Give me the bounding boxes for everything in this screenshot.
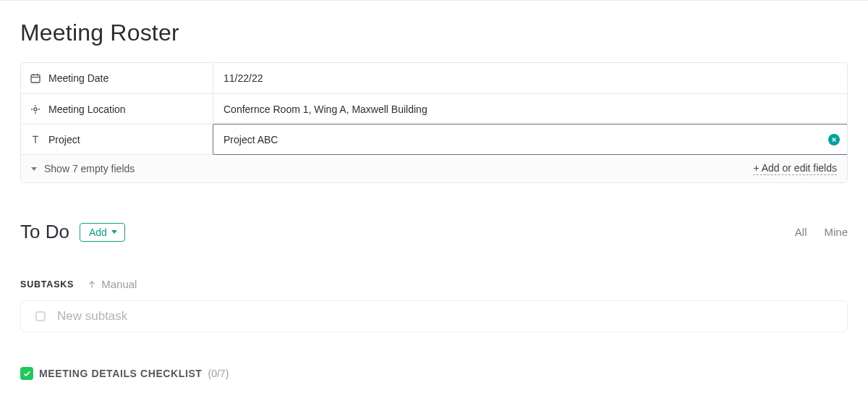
todo-title: To Do xyxy=(20,221,69,243)
checklist-header[interactable]: MEETING DETAILS CHECKLIST (0/7) xyxy=(20,367,848,380)
svg-rect-0 xyxy=(31,75,40,83)
filter-all[interactable]: All xyxy=(795,226,807,238)
page-title: Meeting Roster xyxy=(20,20,848,46)
custom-fields-box: Meeting Date 11/22/22 Meeting Location C… xyxy=(20,62,848,183)
todo-section-header: To Do Add All Mine xyxy=(20,221,848,243)
field-value-meeting-location[interactable]: Confernce Room 1, Wing A, Maxwell Buildi… xyxy=(213,94,847,124)
new-subtask-row[interactable] xyxy=(20,300,848,332)
subtasks-header: SUBTASKS Manual xyxy=(20,278,848,290)
field-label-meeting-date: Meeting Date xyxy=(21,63,213,93)
field-row-meeting-location: Meeting Location Confernce Room 1, Wing … xyxy=(21,93,847,124)
new-subtask-input[interactable] xyxy=(56,308,833,324)
field-label-text: Meeting Location xyxy=(48,104,126,115)
show-empty-fields-label: Show 7 empty fields xyxy=(44,163,135,174)
check-icon xyxy=(20,367,33,380)
field-value-project-text: Project ABC xyxy=(224,134,278,145)
field-label-text: Project xyxy=(48,134,80,145)
text-field-icon xyxy=(30,134,41,145)
add-todo-label: Add xyxy=(89,227,107,238)
field-label-meeting-location: Meeting Location xyxy=(21,94,213,124)
arrow-up-icon xyxy=(87,279,97,290)
checklist-count: (0/7) xyxy=(208,368,229,379)
subtask-checkbox[interactable] xyxy=(35,311,46,321)
add-todo-button[interactable]: Add xyxy=(80,223,125,242)
location-icon xyxy=(30,104,41,115)
add-edit-fields-link[interactable]: + Add or edit fields xyxy=(753,162,837,175)
chevron-down-icon xyxy=(31,167,37,171)
field-row-meeting-date: Meeting Date 11/22/22 xyxy=(21,63,847,93)
chevron-down-icon xyxy=(111,230,117,234)
field-label-project: Project xyxy=(21,124,213,154)
calendar-icon xyxy=(30,72,41,84)
fields-footer: Show 7 empty fields + Add or edit fields xyxy=(21,154,847,182)
field-value-project[interactable]: Project ABC xyxy=(213,124,848,155)
checklist-title: MEETING DETAILS CHECKLIST xyxy=(39,368,203,379)
field-row-project: Project Project ABC xyxy=(21,124,847,154)
field-label-text: Meeting Date xyxy=(48,72,109,84)
field-value-meeting-date[interactable]: 11/22/22 xyxy=(213,63,847,93)
svg-point-4 xyxy=(34,108,37,111)
subtasks-sort-label: Manual xyxy=(101,278,137,290)
show-empty-fields-toggle[interactable]: Show 7 empty fields xyxy=(31,163,135,174)
filter-mine[interactable]: Mine xyxy=(824,226,848,238)
clear-field-button[interactable] xyxy=(828,134,840,145)
todo-filters: All Mine xyxy=(795,226,848,238)
subtasks-sort-button[interactable]: Manual xyxy=(87,278,137,290)
subtasks-label: SUBTASKS xyxy=(20,279,74,290)
